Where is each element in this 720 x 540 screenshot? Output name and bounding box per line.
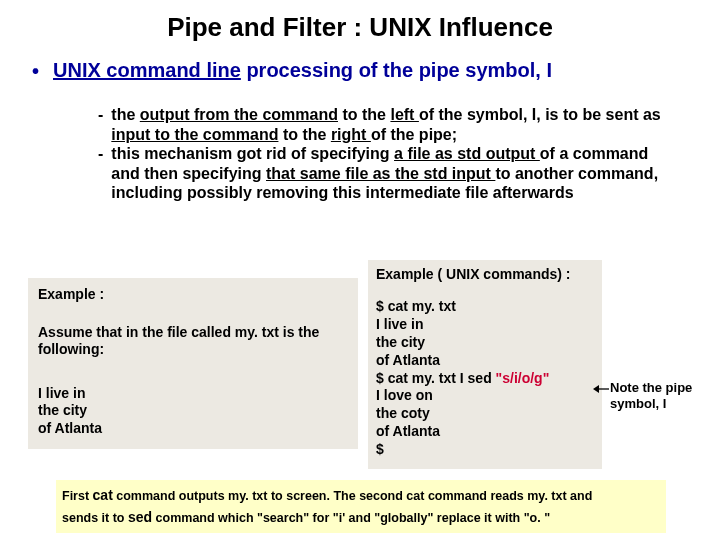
t: of the symbol, <box>419 106 527 123</box>
t: left <box>390 106 418 123</box>
main-bullet: • UNIX command line processing of the pi… <box>32 59 720 83</box>
slide-title: Pipe and Filter : UNIX Influence <box>0 0 720 43</box>
example-left-line: I live in <box>38 385 348 403</box>
output-line: $ <box>376 441 594 459</box>
t: the <box>111 106 139 123</box>
t: a file as std output <box>394 145 540 162</box>
cat-cmd: cat <box>93 487 113 503</box>
output-line: I live in <box>376 316 594 334</box>
sed-arg: "s/i/o/g" <box>496 370 550 386</box>
t: sends it to <box>62 511 128 525</box>
output-line: the coty <box>376 405 594 423</box>
bullet-text: UNIX command line processing of the pipe… <box>53 59 552 82</box>
bullet-rest: processing of the pipe symbol, I <box>241 59 552 81</box>
note-line: symbol, I <box>610 396 715 412</box>
t: to the <box>278 126 330 143</box>
t: output from the command <box>140 106 338 123</box>
sub-bullet-2-text: this mechanism got rid of specifying a f… <box>111 144 678 203</box>
t: removing this intermediate file afterwar… <box>256 184 573 201</box>
t: $ cat my. txt I sed <box>376 370 496 386</box>
slide: Pipe and Filter : UNIX Influence • UNIX … <box>0 0 720 540</box>
t: to the <box>338 106 390 123</box>
sub-bullet-1-text: the output from the command to the left … <box>111 105 678 144</box>
bullet-dot-icon: • <box>32 59 39 83</box>
output-line: I love on <box>376 387 594 405</box>
example-left-para: Assume that in the file called my. txt i… <box>38 324 348 359</box>
sub-bullets: - the output from the command to the lef… <box>98 105 678 203</box>
t: this mechanism got rid of specifying <box>111 145 394 162</box>
t: command outputs my. txt to screen. The s… <box>113 489 593 503</box>
note-line: Note the pipe <box>610 380 715 396</box>
t: that same file as the std input <box>266 165 495 182</box>
bottom-caption: First cat command outputs my. txt to scr… <box>56 480 666 533</box>
example-right-header: Example ( UNIX commands) : <box>376 266 594 284</box>
dash-icon: - <box>98 144 103 203</box>
cmd-line: $ cat my. txt <box>376 298 594 316</box>
dash-icon: - <box>98 105 103 144</box>
example-left-line: the city <box>38 402 348 420</box>
example-right-box: Example ( UNIX commands) : $ cat my. txt… <box>368 260 602 469</box>
sub-bullet-1: - the output from the command to the lef… <box>98 105 678 144</box>
output-line: of Atlanta <box>376 423 594 441</box>
t: right <box>331 126 371 143</box>
svg-marker-1 <box>593 385 599 393</box>
example-left-box: Example : Assume that in the file called… <box>28 278 358 449</box>
pipe-note: Note the pipe symbol, I <box>610 380 715 411</box>
cmd-line: $ cat my. txt I sed "s/i/o/g" <box>376 370 594 388</box>
example-left-line: of Atlanta <box>38 420 348 438</box>
sub-bullet-2: - this mechanism got rid of specifying a… <box>98 144 678 203</box>
t: is to be sent as <box>545 106 661 123</box>
output-line: of Atlanta <box>376 352 594 370</box>
t: First <box>62 489 93 503</box>
example-left-header: Example : <box>38 286 348 304</box>
sed-cmd: sed <box>128 509 152 525</box>
bullet-underline: UNIX command line <box>53 59 241 81</box>
t: command which "search" for "i' and "glob… <box>152 511 550 525</box>
arrow-left-icon <box>593 383 609 395</box>
t: input to the command <box>111 126 278 143</box>
t: I, <box>527 106 545 123</box>
t: of the pipe; <box>371 126 457 143</box>
output-line: the city <box>376 334 594 352</box>
